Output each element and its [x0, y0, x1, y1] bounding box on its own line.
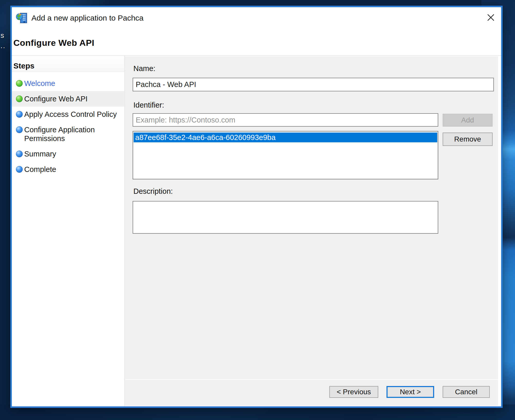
step-label: Apply Access Control Policy: [24, 110, 117, 119]
step-todo-bullet-icon: [16, 166, 23, 173]
cancel-button[interactable]: Cancel: [443, 386, 490, 398]
description-label: Description:: [133, 187, 173, 196]
page-title: Configure Web API: [13, 38, 95, 48]
remove-button[interactable]: Remove: [443, 133, 493, 146]
name-label: Name:: [133, 64, 155, 73]
step-item-configure-application-permissions[interactable]: Configure Application Permissions: [12, 122, 124, 146]
step-label: Configure Web API: [24, 94, 88, 103]
step-item-welcome[interactable]: Welcome: [12, 76, 124, 91]
previous-button[interactable]: < Previous: [329, 386, 378, 398]
step-label: Welcome: [24, 79, 55, 88]
application-group-icon: [16, 12, 28, 24]
step-done-bullet-icon: [16, 95, 23, 102]
close-icon[interactable]: [486, 13, 495, 22]
steps-heading: Steps: [12, 56, 124, 72]
dialog-title: Add a new application to Pachca: [31, 14, 143, 22]
step-item-complete[interactable]: Complete: [12, 162, 124, 177]
step-label: Summary: [24, 150, 56, 158]
description-textarea[interactable]: [133, 201, 438, 234]
desktop-icon-label-fragment: ..: [1, 42, 6, 50]
footer-divider: [125, 379, 498, 380]
next-button[interactable]: Next >: [387, 386, 434, 398]
identifier-label: Identifier:: [133, 101, 164, 109]
step-todo-bullet-icon: [16, 151, 23, 157]
step-done-bullet-icon: [16, 80, 23, 87]
identifier-list-item-selected[interactable]: a87ee68f-35e2-4ae6-a6ca-60260993e9ba: [134, 133, 437, 142]
desktop-icon-label-fragment: s: [1, 31, 4, 40]
identifier-listbox[interactable]: a87ee68f-35e2-4ae6-a6ca-60260993e9ba: [133, 131, 438, 179]
name-input[interactable]: [133, 78, 494, 91]
step-label: Complete: [24, 165, 56, 174]
identifier-input[interactable]: [133, 113, 438, 127]
step-todo-bullet-icon: [16, 126, 23, 133]
steps-sidebar: Steps Welcome Configure Web API Apply Ac…: [12, 56, 124, 406]
wizard-content: Name: Identifier: Add a87ee68f-35e2-4ae6…: [125, 56, 498, 406]
title-bar: Add a new application to Pachca Configur…: [12, 7, 501, 55]
step-item-summary[interactable]: Summary: [12, 146, 124, 162]
step-label: Configure Application Permissions: [24, 125, 119, 143]
wizard-dialog: Add a new application to Pachca Configur…: [10, 6, 503, 408]
step-item-apply-access-control-policy[interactable]: Apply Access Control Policy: [12, 107, 124, 122]
step-item-configure-web-api[interactable]: Configure Web API: [12, 91, 124, 107]
steps-list: Welcome Configure Web API Apply Access C…: [12, 76, 124, 177]
add-button[interactable]: Add: [443, 114, 493, 127]
step-todo-bullet-icon: [16, 111, 23, 118]
